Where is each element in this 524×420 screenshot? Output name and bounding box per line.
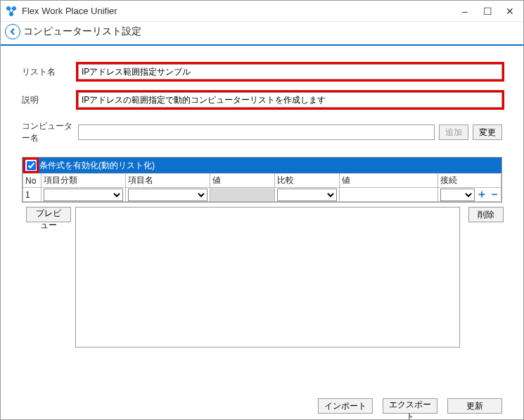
cell-compare [275, 188, 340, 202]
close-icon[interactable]: ✕ [505, 6, 515, 16]
category-select[interactable] [44, 189, 123, 201]
condition-header-label: 条件式を有効化(動的リスト化) [39, 160, 155, 172]
computer-name-label: コンピューター名 [22, 120, 78, 144]
col-no: No [23, 174, 41, 188]
import-button[interactable]: インポート [318, 398, 373, 414]
col-compare: 比較 [275, 174, 340, 188]
delete-button[interactable]: 削除 [468, 207, 504, 222]
description-input[interactable] [78, 92, 502, 108]
connect-select[interactable] [440, 189, 475, 201]
computer-name-input[interactable] [78, 125, 435, 140]
window-controls: – ☐ ✕ [460, 6, 519, 16]
computer-name-row: コンピューター名 追加 変更 [22, 120, 502, 144]
list-name-label: リスト名 [22, 66, 78, 78]
maximize-icon[interactable]: ☐ [483, 6, 492, 16]
app-icon [5, 5, 18, 18]
export-button[interactable]: エクスポート [383, 398, 437, 414]
col-connect: 接続 [438, 174, 501, 188]
update-button[interactable]: 更新 [447, 398, 502, 414]
cell-value2 [340, 188, 438, 202]
subheader: コンピューターリスト設定 [1, 22, 523, 42]
item-name-select[interactable] [128, 189, 207, 201]
titlebar: Flex Work Place Unifier – ☐ ✕ [1, 1, 523, 22]
remove-row-icon[interactable]: － [490, 189, 499, 199]
list-name-input[interactable] [78, 64, 502, 79]
compare-select[interactable] [277, 189, 337, 201]
preview-button[interactable]: プレビュー [26, 207, 71, 222]
col-value1: 値 [210, 174, 275, 188]
condition-header-row: No 項目分類 項目名 値 比較 値 接続 [23, 174, 501, 188]
preview-left-buttons: プレビュー [22, 207, 71, 348]
app-window: Flex Work Place Unifier – ☐ ✕ コンピューターリスト… [0, 0, 524, 420]
preview-list[interactable] [75, 207, 460, 348]
arrow-left-icon [8, 27, 17, 36]
condition-header: 条件式を有効化(動的リスト化) [23, 158, 501, 173]
col-value2: 値 [340, 174, 438, 188]
cell-connect: ＋ － [438, 188, 501, 202]
change-button[interactable]: 変更 [473, 125, 502, 140]
cell-category [41, 188, 126, 202]
add-button[interactable]: 追加 [439, 125, 468, 140]
content-area: リスト名 説明 コンピューター名 追加 変更 条件式を有効化(動的リスト化) [1, 46, 523, 419]
footer-buttons: インポート エクスポート 更新 [314, 398, 502, 414]
back-button[interactable] [5, 24, 20, 39]
add-row-icon[interactable]: ＋ [477, 189, 487, 199]
minimize-icon[interactable]: – [460, 6, 470, 16]
preview-right-buttons: 削除 [464, 207, 502, 348]
cell-value1 [210, 188, 275, 202]
enable-condition-checkbox[interactable] [27, 161, 36, 170]
condition-row: 1 ＋ [23, 188, 501, 202]
cell-no: 1 [23, 188, 41, 202]
window-title: Flex Work Place Unifier [22, 6, 117, 16]
condition-checkbox-wrap [25, 160, 37, 171]
list-name-row: リスト名 [22, 64, 502, 79]
page-title: コンピューターリスト設定 [23, 25, 141, 38]
condition-table: No 項目分類 項目名 値 比較 値 接続 1 [23, 173, 501, 202]
col-item-name: 項目名 [126, 174, 210, 188]
cell-item-name [126, 188, 210, 202]
preview-area: プレビュー 削除 [22, 207, 502, 348]
description-label: 説明 [22, 94, 78, 106]
description-row: 説明 [22, 92, 502, 108]
col-category: 項目分類 [41, 174, 126, 188]
condition-block: 条件式を有効化(動的リスト化) No 項目分類 項目名 値 比較 値 接続 [22, 157, 502, 203]
